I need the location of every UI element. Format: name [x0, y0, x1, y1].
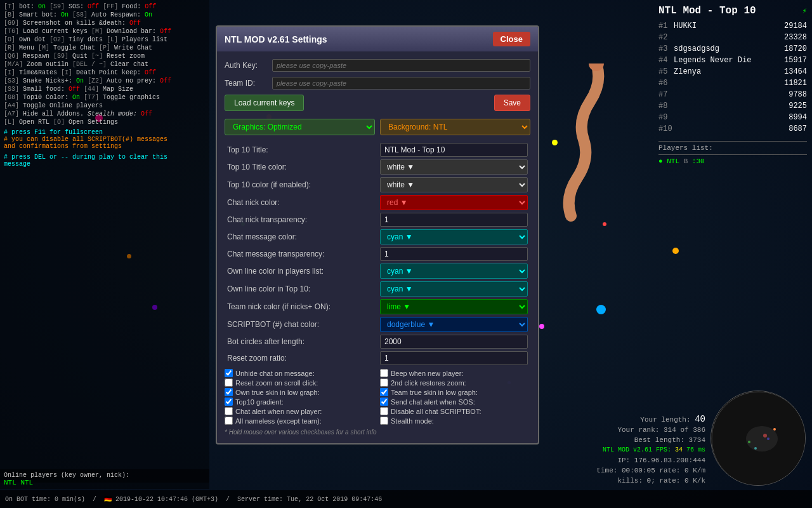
reset-zoom-input[interactable]: [380, 351, 528, 365]
top10-title-color-val: white ▼: [377, 158, 530, 176]
keybind-line-8: [M/A] Zoom outiln [DEL / ~] Clear chat: [4, 60, 206, 69]
team-nick-color-label: Team nick color (if nicks+ ON):: [225, 298, 377, 316]
checkboxes-grid: Unhide chat on message: Beep when new pl…: [225, 369, 530, 425]
top10-row-5: #5 Zlenya 13464: [658, 66, 807, 77]
top10-color-row: Top 10 color (if enabled): white ▼: [225, 176, 530, 194]
top10-gradient-checkbox[interactable]: [225, 398, 233, 406]
top10-row-6: #6 11821: [658, 77, 807, 89]
team-id-input[interactable]: [272, 77, 530, 90]
team-true-skin-item: Team true skin in low graph:: [380, 388, 530, 396]
chat-msg-color-row: Chat message color: cyan ▼: [225, 228, 530, 246]
top10-color-select[interactable]: white ▼: [380, 177, 528, 192]
bot-time: On BOT time: 0 min(s): [5, 496, 85, 503]
close-button[interactable]: Close: [493, 32, 530, 46]
scriptbot-chat-row: SCRIPTBOT (#) chat color: dodgerblue ▼: [225, 316, 530, 333]
reset-zoom-scroll-label: Reset zoom on scroll click:: [235, 379, 318, 387]
keybind-line-9: [I] Time&Rates [I] Death Point keep: Off: [4, 69, 206, 77]
beep-new-player-checkbox[interactable]: [380, 369, 388, 377]
auth-key-input[interactable]: [272, 59, 530, 72]
keybind-line-4: [T6] Load current keys [M] Download bar:…: [4, 27, 206, 36]
online-players-title: Online players (key owner, nick):: [4, 472, 206, 479]
stealth-mode-item: Stealth mode:: [380, 417, 530, 425]
bot-circles-input[interactable]: [380, 335, 528, 349]
top10-gradient-label: Top10 gradient:: [235, 398, 284, 406]
online-players-panel: Online players (key owner, nick): NTL NT…: [0, 469, 209, 489]
reset-zoom-label: Reset zoom ratio:: [225, 350, 377, 366]
stealth-mode-checkbox[interactable]: [380, 417, 388, 425]
disable-all-chat-label: Disable all chat SCRIPTBOT:: [391, 408, 481, 415]
client-time: 🇩🇪 2019-10-22 10:47:46 (GMT+3): [104, 495, 218, 503]
background-select[interactable]: Background: NTL: [380, 119, 530, 135]
auth-key-row: Auth Key:: [225, 59, 530, 72]
food-dot: [672, 248, 679, 254]
team-true-skin-checkbox[interactable]: [380, 388, 388, 396]
graphics-select[interactable]: Graphics: Optimized: [225, 119, 375, 135]
own-line-players-select[interactable]: cyan ▼: [380, 264, 528, 279]
minimap: [710, 391, 806, 486]
player-entry-ntl: ● NTL B :30: [658, 157, 807, 165]
top10-color-label: Top 10 color (if enabled):: [225, 176, 377, 194]
save-button[interactable]: Save: [494, 95, 530, 111]
top10-title-input[interactable]: [380, 143, 528, 157]
team-id-row: Team ID:: [225, 77, 530, 90]
top10-title-color-row: Top 10 Title color: white ▼: [225, 158, 530, 176]
unhide-chat-checkbox[interactable]: [225, 369, 233, 377]
top10-title-row: Top 10 Title:: [225, 142, 530, 158]
chat-nick-color-val: red ▼: [377, 194, 530, 211]
press-del-msg: # press DEL or -- during play to clear t…: [4, 154, 206, 168]
reset-zoom-scroll-checkbox[interactable]: [225, 378, 233, 387]
chat-nick-trans-row: Chat nick transparency:: [225, 211, 530, 228]
own-true-skin-item: Own true skin in low graph:: [225, 388, 375, 396]
keybind-line-3: [G9] Screenshot on kills &death: Off: [4, 19, 206, 27]
keybind-line-15: [L] Open RTL [O] Open Settings: [4, 118, 206, 126]
bot-circles-row: Bot circles after length:: [225, 333, 530, 350]
kills-display: kills: 0; rate: 0 K/k: [596, 476, 705, 486]
second-click-checkbox[interactable]: [380, 378, 388, 387]
modal-body: Auth Key: Team ID: Load current keys Sav…: [217, 51, 538, 443]
keybind-line-5: [O] Own dot [O2] Tiny dots [L] Players l…: [4, 36, 206, 44]
bot-circles-val: [377, 333, 530, 350]
top10-title-color-select[interactable]: white ▼: [380, 159, 528, 175]
auth-key-label: Auth Key:: [225, 61, 272, 70]
team-nick-color-val: lime ▼: [377, 298, 530, 316]
own-line-top10-label: Own line color in Top 10:: [225, 280, 377, 298]
chat-nick-color-row: Chat nick color: red ▼: [225, 194, 530, 211]
bottom-bar: On BOT time: 0 min(s) / 🇩🇪 2019-10-22 10…: [0, 490, 812, 508]
server-time: Server time: Tue, 22 Oct 2019 09:47:46: [237, 496, 382, 503]
keybind-line-6: [R] Menu [M] Toggle Chat [P] Write Chat: [4, 44, 206, 52]
disable-scriptbot-msg: # you can disable all SCRIPTBOT(#) messa…: [4, 136, 206, 150]
chat-nick-color-select[interactable]: red ▼: [380, 195, 528, 210]
all-nameless-label: All nameless (except team):: [235, 417, 322, 425]
chat-msg-color-select[interactable]: cyan ▼: [380, 229, 528, 244]
scriptbot-chat-select[interactable]: dodgerblue ▼: [380, 317, 528, 332]
settings-modal: NTL MOD v2.61 Settings Close Auth Key: T…: [216, 25, 539, 444]
disable-all-chat-item: Disable all chat SCRIPTBOT:: [380, 407, 530, 415]
chat-msg-trans-row: Chat message transparency:: [225, 246, 530, 262]
keybind-line-14: [A7] Hide all Addons. Stealth mode: Off: [4, 110, 206, 118]
keybind-line-11: [S3] Small food: Off [44] Map Size: [4, 85, 206, 93]
load-keys-button[interactable]: Load current keys: [225, 95, 304, 111]
send-chat-alert-checkbox[interactable]: [380, 398, 388, 406]
own-true-skin-checkbox[interactable]: [225, 388, 233, 396]
disable-all-chat-checkbox[interactable]: [380, 407, 388, 415]
top10-row-7: #7 9788: [658, 89, 807, 100]
modal-header: NTL MOD v2.61 Settings Close: [217, 27, 538, 51]
chat-msg-trans-input[interactable]: [380, 247, 528, 261]
fps-display: NTL MOD v2.61 FPS: 34 76 ms: [596, 445, 705, 455]
team-nick-color-select[interactable]: lime ▼: [380, 299, 528, 314]
button-row: Load current keys Save: [225, 95, 530, 111]
beep-new-player-item: Beep when new player:: [380, 369, 530, 377]
own-line-top10-val: cyan ▼: [377, 280, 530, 298]
chat-alert-new-player-checkbox[interactable]: [225, 407, 233, 415]
own-line-top10-select[interactable]: cyan ▼: [380, 281, 528, 297]
send-chat-alert-item: Send chat alert when SOS:: [380, 398, 530, 406]
unhide-chat-item: Unhide chat on message:: [225, 369, 375, 377]
chat-nick-trans-input[interactable]: [380, 213, 528, 227]
stealth-mode-label: Stealth mode:: [391, 417, 434, 425]
chat-msg-trans-label: Chat message transparency:: [225, 246, 377, 262]
worm-visual: [520, 64, 647, 254]
left-panel: [T] bot: On [S9] SOS: Off [FF] Food: Off…: [0, 0, 209, 483]
all-nameless-checkbox[interactable]: [225, 417, 233, 425]
svg-point-8: [746, 426, 778, 451]
chat-nick-trans-label: Chat nick transparency:: [225, 211, 377, 228]
